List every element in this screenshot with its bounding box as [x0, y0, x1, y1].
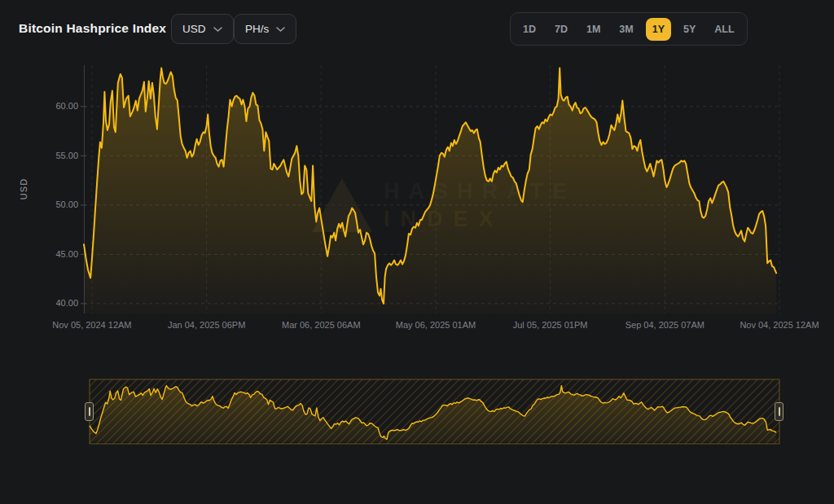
svg-text:May 06, 2025 01AM: May 06, 2025 01AM: [396, 320, 476, 330]
hashprice-dashboard: Bitcoin Hashprice Index USD PH/s 1D 7D 1…: [0, 0, 834, 504]
brush-handle-grip-icon: [89, 407, 90, 416]
svg-text:55.00: 55.00: [55, 151, 78, 160]
svg-text:45.00: 45.00: [55, 249, 78, 259]
timeline-brush[interactable]: [0, 370, 834, 460]
svg-text:Mar 06, 2025 06AM: Mar 06, 2025 06AM: [282, 320, 361, 330]
brush-handle-grip-icon: [779, 407, 780, 416]
svg-text:Sep 04, 2025 07AM: Sep 04, 2025 07AM: [626, 320, 705, 330]
svg-text:Jul 05, 2025 01PM: Jul 05, 2025 01PM: [513, 320, 588, 330]
svg-text:Nov 05, 2024 12AM: Nov 05, 2024 12AM: [52, 320, 131, 330]
brush-handle-left[interactable]: [85, 402, 94, 421]
brush-handle-right[interactable]: [775, 402, 784, 421]
svg-text:60.00: 60.00: [55, 101, 78, 111]
svg-text:Nov 04, 2025 12AM: Nov 04, 2025 12AM: [740, 320, 819, 330]
svg-text:Jan 04, 2025 06PM: Jan 04, 2025 06PM: [168, 320, 245, 330]
svg-text:50.00: 50.00: [55, 199, 78, 209]
svg-text:USD: USD: [19, 178, 29, 199]
svg-text:40.00: 40.00: [55, 298, 78, 308]
main-price-chart[interactable]: 40.0045.0050.0055.0060.00Nov 05, 2024 12…: [0, 0, 834, 342]
